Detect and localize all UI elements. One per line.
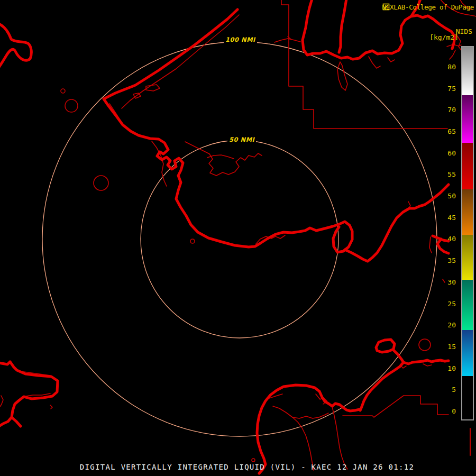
- colorbar-tick-label: 60: [440, 149, 456, 158]
- island-outline: [190, 239, 195, 243]
- colorbar-tick-label: 65: [440, 127, 456, 136]
- island-outline: [61, 89, 65, 93]
- colorbar-tick-label: 0: [440, 407, 456, 416]
- colorbar-tick-label: 40: [440, 235, 456, 243]
- colorbar-tick-label: 20: [440, 321, 456, 329]
- radar-map: [0, 0, 476, 476]
- colorbar-tick-label: 75: [440, 85, 456, 93]
- colorbar-tick-label: 70: [440, 106, 456, 114]
- product-caption: DIGITAL VERTICALLY INTEGRATED LIQUID (VI…: [80, 463, 414, 471]
- colorbar-tick-label: 50: [440, 192, 456, 200]
- colorbar-tick-label: 30: [440, 278, 456, 287]
- brand-label: NEXLAB-College of DuPage: [382, 3, 474, 11]
- colorbar: [461, 46, 474, 420]
- range-ring-label-50nmi: 50 NMI: [227, 135, 256, 144]
- college-of-dupage-window-icon: [382, 3, 390, 11]
- colorbar-tick-label: 10: [440, 364, 456, 373]
- radar-display: 100 NMI 50 NMI NEXLAB-College of DuPage …: [0, 0, 476, 476]
- colorbar-tick-label: 80: [440, 63, 456, 71]
- colorbar-tick-label: 15: [440, 343, 456, 351]
- island-outline: [65, 99, 78, 112]
- colorbar-units: [kg/m2]: [429, 33, 459, 41]
- island-outline: [419, 339, 431, 351]
- map-outlines-thin: [0, 0, 476, 470]
- range-ring-100nmi: [42, 42, 437, 436]
- range-ring-50nmi: [141, 140, 338, 338]
- colorbar-tick-label: 25: [440, 300, 456, 308]
- colorbar-tick-label: 55: [440, 170, 456, 179]
- colorbar-tick-label: 35: [440, 257, 456, 265]
- map-outlines-thick: [0, 0, 455, 473]
- colorbar-tick-label: 5: [440, 386, 456, 394]
- range-ring-label-100nmi: 100 NMI: [224, 35, 257, 44]
- island-outline: [252, 459, 255, 462]
- header-brand: NEXLAB-College of DuPage: [382, 3, 474, 11]
- colorbar-tick-label: 45: [440, 214, 456, 222]
- island-outline: [94, 176, 108, 190]
- range-rings: [42, 42, 437, 436]
